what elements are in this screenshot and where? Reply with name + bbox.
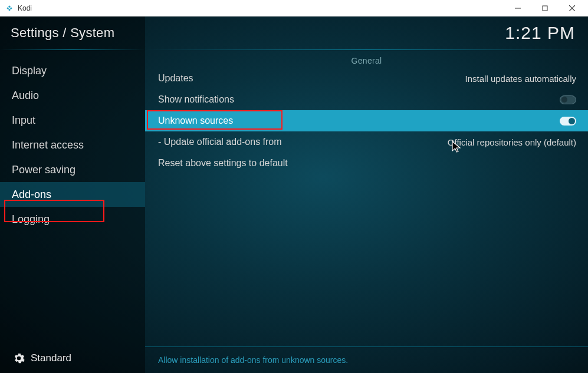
- setting-label: Show notifications: [158, 94, 234, 105]
- setting-unknown-sources[interactable]: Unknown sources: [145, 110, 588, 131]
- settings-level-label: Standard: [31, 352, 71, 364]
- sidebar-item-internet-access[interactable]: Internet access: [0, 133, 145, 157]
- setting-updates[interactable]: Updates Install updates automatically: [145, 68, 588, 89]
- setting-update-official-addons-from[interactable]: Update official add-ons from Official re…: [145, 131, 588, 153]
- window-title: Kodi: [18, 4, 32, 12]
- setting-value: Official repositories only (default): [448, 137, 576, 147]
- sidebar-item-label: Internet access: [12, 139, 84, 151]
- divider: [145, 49, 588, 50]
- setting-reset-defaults[interactable]: Reset above settings to default: [145, 153, 588, 174]
- sidebar-item-input[interactable]: Input: [0, 108, 145, 133]
- sidebar-item-label: Audio: [12, 90, 39, 102]
- setting-label: Update official add-ons from: [158, 137, 282, 147]
- close-button[interactable]: [559, 0, 586, 16]
- main-panel: 1:21 PM General Updates Install updates …: [145, 16, 588, 373]
- setting-label: Reset above settings to default: [158, 158, 288, 169]
- setting-label: Updates: [158, 73, 193, 84]
- sidebar-item-add-ons[interactable]: Add-ons: [0, 182, 145, 207]
- breadcrumb: Settings / System: [0, 16, 145, 49]
- sidebar-item-power-saving[interactable]: Power saving: [0, 157, 145, 182]
- minimize-button[interactable]: [504, 0, 531, 16]
- sidebar-item-label: Input: [12, 114, 35, 127]
- sidebar-item-audio[interactable]: Audio: [0, 83, 145, 108]
- sidebar-item-label: Logging: [12, 213, 50, 226]
- sidebar-item-label: Display: [12, 65, 47, 77]
- sidebar-item-display[interactable]: Display: [0, 58, 145, 83]
- svg-rect-0: [8, 5, 11, 8]
- sidebar-item-logging[interactable]: Logging: [0, 207, 145, 232]
- sidebar: Settings / System Display Audio Input In…: [0, 16, 145, 373]
- app-body: Settings / System Display Audio Input In…: [0, 16, 588, 373]
- svg-rect-5: [543, 6, 547, 11]
- titlebar: Kodi: [0, 0, 588, 16]
- section-header: General: [145, 52, 588, 68]
- setting-value: Install updates automatically: [465, 74, 576, 84]
- gear-icon: [13, 352, 25, 364]
- setting-show-notifications[interactable]: Show notifications: [145, 89, 588, 110]
- kodi-logo-icon: [5, 4, 14, 13]
- svg-rect-3: [8, 8, 11, 11]
- setting-label: Unknown sources: [158, 115, 233, 126]
- toggle-off-icon[interactable]: [560, 95, 576, 104]
- sidebar-items: Display Audio Input Internet access Powe…: [0, 55, 145, 344]
- settings-level-button[interactable]: Standard: [0, 344, 145, 373]
- sidebar-item-label: Power saving: [12, 164, 75, 176]
- svg-rect-2: [6, 7, 9, 9]
- header-row: 1:21 PM: [145, 16, 588, 49]
- svg-rect-1: [10, 7, 12, 9]
- settings-list: Updates Install updates automatically Sh…: [145, 68, 588, 174]
- toggle-on-icon[interactable]: [560, 117, 576, 126]
- sidebar-item-label: Add-ons: [12, 189, 51, 201]
- help-text: Allow installation of add-ons from unkno…: [145, 346, 588, 373]
- divider: [0, 49, 145, 50]
- clock: 1:21 PM: [505, 23, 575, 43]
- maximize-button[interactable]: [531, 0, 559, 16]
